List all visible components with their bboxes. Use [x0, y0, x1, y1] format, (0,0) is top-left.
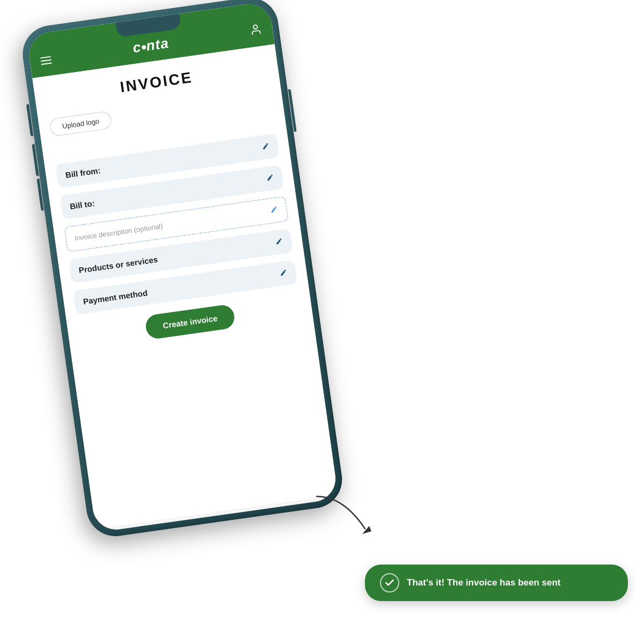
- app-logo: cnta: [131, 35, 170, 56]
- success-toast: That's it! The invoice has been sent: [365, 565, 628, 601]
- products-edit-icon[interactable]: [275, 237, 283, 247]
- create-invoice-button[interactable]: Create invoice: [144, 304, 236, 340]
- menu-icon[interactable]: [40, 56, 52, 65]
- user-profile-icon[interactable]: [249, 23, 263, 39]
- products-label: Products or services: [78, 255, 158, 275]
- toast-check-icon: [380, 573, 399, 592]
- bill-to-label: Bill to:: [69, 199, 96, 211]
- app-content: INVOICE Upload logo Bill from:: [32, 44, 338, 529]
- toast-container: That's it! The invoice has been sent: [365, 565, 628, 601]
- bill-to-edit-icon[interactable]: [266, 173, 274, 184]
- payment-edit-icon[interactable]: [279, 268, 288, 279]
- bill-from-label: Bill from:: [65, 166, 101, 180]
- invoice-description-label: Invoice description (optional): [74, 222, 163, 243]
- toast-message: That's it! The invoice has been sent: [407, 577, 561, 588]
- upload-logo-button[interactable]: Upload logo: [49, 111, 113, 137]
- arrow-curve: [311, 491, 381, 539]
- bill-from-edit-icon[interactable]: [261, 142, 270, 152]
- payment-label: Payment method: [83, 288, 148, 306]
- description-edit-icon[interactable]: [270, 206, 279, 216]
- phone-mockup: cnta INVOICE Upload logo: [19, 0, 346, 540]
- svg-point-0: [253, 25, 258, 29]
